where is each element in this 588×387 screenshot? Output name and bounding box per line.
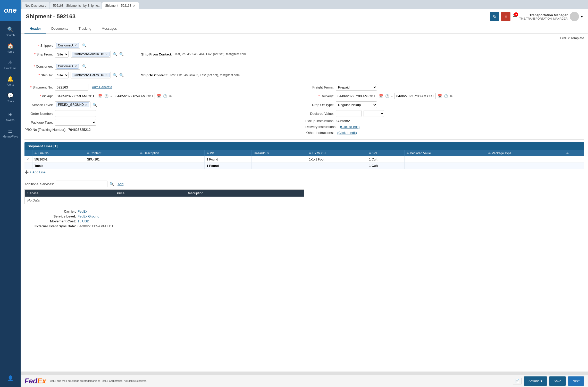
tab-messages[interactable]: Messages xyxy=(96,24,122,34)
app-header: Shipment - 592163 ↻ ✕ ☰ ★ Transportation… xyxy=(21,9,588,24)
package-type-select[interactable] xyxy=(55,119,96,126)
shipment-no-input[interactable] xyxy=(55,84,88,91)
save-button[interactable]: Save xyxy=(549,376,566,386)
pdf-button[interactable]: 📄 xyxy=(513,378,522,384)
calendar2-icon[interactable]: 📅 xyxy=(157,94,161,98)
consignee-search-button[interactable]: 🔍 xyxy=(82,64,87,68)
carrier-value[interactable]: FedEx xyxy=(78,209,87,213)
sidebar-item-switch[interactable]: ⊞ Switch xyxy=(0,108,21,125)
clock-icon[interactable]: 🕐 xyxy=(104,94,108,98)
browser-tab-dashboard[interactable]: Neo Dashboard xyxy=(22,2,49,9)
delivery-clock-icon[interactable]: 🕐 xyxy=(385,94,389,98)
description-cell xyxy=(138,156,205,163)
pickup-separator: - xyxy=(111,94,112,98)
freight-terms-select[interactable]: Prepaid xyxy=(336,84,377,91)
edit-col-icon: ✏ xyxy=(87,151,90,155)
edit-icon[interactable]: ✏ xyxy=(169,94,172,98)
totals-lwh xyxy=(307,163,367,169)
delivery-date2-input[interactable] xyxy=(394,93,436,99)
user-info[interactable]: Transportation Manager TMS.TRANSPORTATIO… xyxy=(519,12,583,21)
menu-button[interactable]: ☰ ★ xyxy=(513,13,517,20)
tab-label: 592163 - Shipments : by Shipme... xyxy=(53,4,100,7)
delivery-edit-icon[interactable]: ✏ xyxy=(450,94,453,98)
delivery-calendar2-icon[interactable]: 📅 xyxy=(438,94,442,98)
other-instructions-link[interactable]: (Click to edit) xyxy=(337,131,357,135)
close-button[interactable]: ✕ xyxy=(501,12,510,21)
pickup-date2-input[interactable] xyxy=(114,93,155,99)
delivery-instructions-link[interactable]: (Click to edit) xyxy=(340,125,360,129)
add-service-link[interactable]: Add xyxy=(117,182,123,186)
tab-documents[interactable]: Documents xyxy=(46,24,73,34)
clock2-icon[interactable]: 🕐 xyxy=(163,94,167,98)
drop-off-type-select[interactable]: Regular Pickup xyxy=(336,101,377,108)
declared-value-currency-select[interactable] xyxy=(364,110,384,117)
plus-icon: ➕ xyxy=(24,170,29,174)
dropdown-arrow-icon[interactable]: ▾ xyxy=(581,15,583,19)
additional-services-input[interactable] xyxy=(56,181,107,187)
shipper-search-button[interactable]: 🔍 xyxy=(82,43,87,47)
col-edit-all: ✏ xyxy=(564,150,584,156)
pickup-date1-input[interactable] xyxy=(55,93,96,99)
sidebar-item-label: Switch xyxy=(6,118,14,122)
horizontal-scrollbar[interactable] xyxy=(21,372,588,375)
actions-button[interactable]: Actions ▾ xyxy=(524,376,547,386)
calendar-icon[interactable]: 📅 xyxy=(98,94,102,98)
auto-generate-link[interactable]: Auto Generate xyxy=(92,85,112,89)
declared-value-input[interactable] xyxy=(336,110,362,117)
add-line-button[interactable]: ➕ + Add Line xyxy=(24,169,46,175)
sidebar-item-search[interactable]: 🔍 Search xyxy=(0,23,21,40)
shipment-no-label: Shipment No: xyxy=(24,85,53,89)
ship-to-dc-field[interactable]: CustomerA-Dallas DC ✕ xyxy=(71,72,111,78)
sidebar-item-menus[interactable]: ☰ Menus/Favs xyxy=(0,125,21,141)
browser-tab-shipments[interactable]: 592163 - Shipments : by Shipme... ✕ xyxy=(50,2,102,9)
ship-from-dc-field[interactable]: CustomerA-Austin DC ✕ xyxy=(71,51,111,58)
ship-from-dc-remove[interactable]: ✕ xyxy=(105,52,108,56)
sidebar-item-chats[interactable]: 💬 Chats xyxy=(0,89,21,106)
sidebar-divider xyxy=(4,107,16,107)
ship-from-search2-button[interactable]: 🔍 xyxy=(119,52,124,56)
shipper-field[interactable]: CustomerA ✕ xyxy=(55,42,80,49)
col-package-type: ✏ Package Type xyxy=(486,150,564,156)
service-level-label: Service Level: xyxy=(24,103,53,107)
close-icon[interactable]: ✕ xyxy=(133,4,136,8)
movement-cost-value[interactable]: 15 USD xyxy=(78,219,89,223)
app-logo[interactable]: one xyxy=(0,0,21,21)
tabs-bar: Header Documents Tracking Messages xyxy=(21,24,588,34)
sidebar-item-user[interactable]: 👤 xyxy=(7,372,14,384)
order-number-input[interactable] xyxy=(55,110,96,117)
browser-tab-shipment-detail[interactable]: Shipment - 592163 ✕ xyxy=(102,2,139,9)
edit-col-icon: ✏ xyxy=(207,151,209,155)
consignee-field[interactable]: CustomerA ✕ xyxy=(55,63,80,70)
shipper-tag-remove[interactable]: ✕ xyxy=(74,44,77,47)
no-data-row: No Data xyxy=(25,197,304,204)
service-level-search-button[interactable]: 🔍 xyxy=(93,103,97,107)
package-type-cell xyxy=(486,156,564,163)
sidebar-item-home[interactable]: 🏠 Home xyxy=(0,40,21,56)
col-actions xyxy=(24,150,32,156)
carrier-service-level-value[interactable]: FedEx Ground xyxy=(78,214,99,218)
ship-to-search2-button[interactable]: 🔍 xyxy=(119,73,124,77)
service-level-field[interactable]: FEDEX_GROUND ✕ xyxy=(55,101,90,108)
delivery-calendar-icon[interactable]: 📅 xyxy=(379,94,383,98)
col-description: ✏ Description xyxy=(138,150,205,156)
ship-to-type-select[interactable]: Site xyxy=(55,72,69,78)
sidebar-item-alerts[interactable]: 🔔 Alerts xyxy=(0,73,21,89)
sidebar-bottom: 👤 xyxy=(7,372,14,387)
ship-to-search-button[interactable]: 🔍 xyxy=(113,73,117,77)
delivery-date1-input[interactable] xyxy=(336,93,377,99)
header-actions: ↻ ✕ ☰ ★ Transportation Manager TMS.TRANS… xyxy=(490,12,583,21)
refresh-button[interactable]: ↻ xyxy=(490,12,499,21)
tab-tracking[interactable]: Tracking xyxy=(73,24,96,34)
ship-to-dc-remove[interactable]: ✕ xyxy=(105,73,108,77)
additional-services-search-button[interactable]: 🔍 xyxy=(110,182,114,186)
next-button[interactable]: Next xyxy=(568,376,584,386)
bottom-actions: 📄 Actions ▾ Save Next xyxy=(513,376,584,386)
consignee-tag-remove[interactable]: ✕ xyxy=(74,64,77,68)
row-delete-button[interactable]: ✕ xyxy=(27,158,29,161)
sidebar-item-problems[interactable]: ⚠ Problems xyxy=(0,56,21,73)
tab-header[interactable]: Header xyxy=(24,24,46,34)
service-level-tag-remove[interactable]: ✕ xyxy=(85,103,87,107)
ship-from-type-select[interactable]: Site xyxy=(55,51,69,58)
ship-from-search-button[interactable]: 🔍 xyxy=(113,52,117,56)
delivery-clock2-icon[interactable]: 🕐 xyxy=(444,94,448,98)
